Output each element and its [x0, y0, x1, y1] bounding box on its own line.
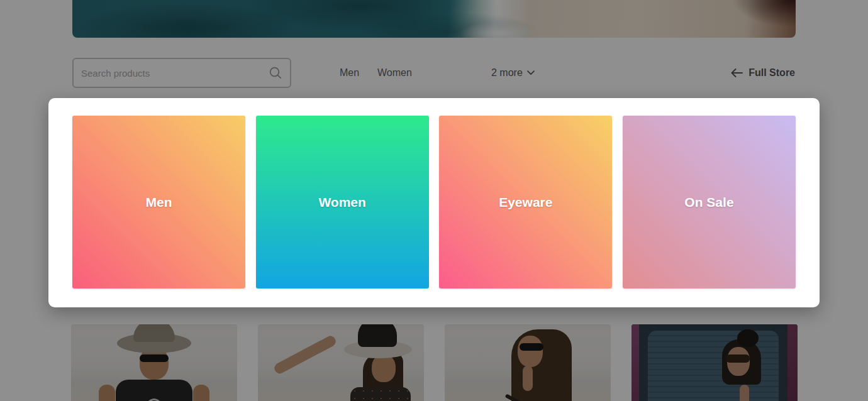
storefront-screen: Men Women 2 more Full Store: [0, 0, 868, 401]
categories-dropdown-panel: Men Women Eyeware On Sale: [48, 98, 820, 307]
category-card-label: On Sale: [684, 195, 733, 210]
category-card-on-sale[interactable]: On Sale: [623, 116, 796, 288]
category-card-label: Men: [146, 195, 172, 210]
category-card-label: Women: [318, 195, 365, 210]
category-card-men[interactable]: Men: [72, 116, 245, 288]
category-card-eyeware[interactable]: Eyeware: [439, 116, 612, 288]
category-card-label: Eyeware: [499, 195, 552, 210]
category-card-women[interactable]: Women: [256, 116, 429, 288]
